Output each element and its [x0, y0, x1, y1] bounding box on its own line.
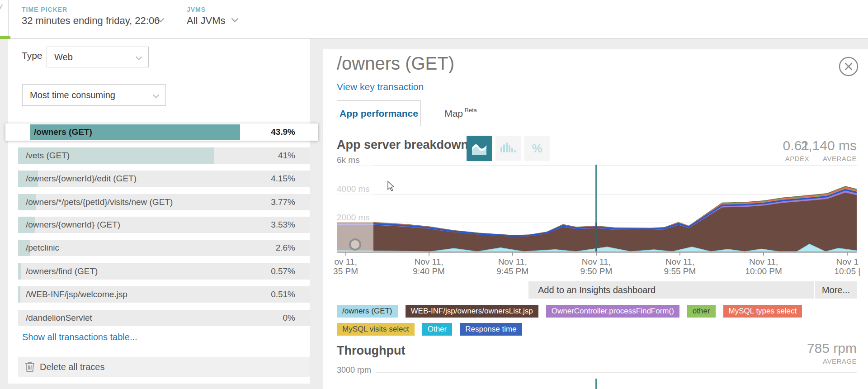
legend-chip[interactable]: MySQL visits select: [337, 323, 415, 336]
add-to-insights-button[interactable]: Add to an Insights dashboard: [528, 281, 814, 299]
type-label: Type: [22, 50, 42, 61]
time-picker[interactable]: TIME PICKER 32 minutes ending friday, 22…: [22, 6, 160, 27]
percent-icon: %: [532, 142, 542, 156]
chart-legend: /owners (GET)WEB-INF/jsp/owners/ownersLi…: [337, 305, 802, 318]
legend-chip[interactable]: Response time: [460, 323, 522, 336]
legend-chip[interactable]: /owners (GET): [337, 305, 398, 318]
transaction-row[interactable]: /owners/*/pets/{petId}/visits/new (GET)3…: [18, 194, 310, 210]
transaction-name: /petclinic: [26, 240, 59, 256]
x-axis-tick-label: Nov 11,9:45 PM: [481, 257, 544, 276]
average-label: AVERAGE: [800, 155, 857, 162]
average-value: 2,140 ms: [800, 138, 857, 153]
jvms-label: JVMS: [187, 6, 226, 13]
close-icon[interactable]: [838, 56, 859, 77]
page-title: /owners (GET): [337, 53, 454, 74]
throughput-average-label: AVERAGE: [766, 357, 857, 365]
transaction-row[interactable]: /WEB-INF/jsp/welcome.jsp0.51%: [18, 286, 310, 303]
transactions-panel: Type Web Most time consuming /owners (GE…: [8, 39, 310, 384]
transaction-detail-panel: /owners (GET) View key transaction App p…: [323, 49, 868, 389]
transaction-percent: 3.53%: [271, 217, 295, 233]
transaction-name: /owners/find (GET): [26, 263, 98, 280]
transaction-percent: 4.15%: [271, 171, 295, 187]
bar-chart-toggle-button[interactable]: [495, 136, 521, 161]
legend-chip[interactable]: WEB-INF/jsp/owners/ownersList.jsp: [406, 305, 538, 318]
tab-app-performance[interactable]: App performance: [337, 100, 421, 126]
view-key-transaction-link[interactable]: View key transaction: [337, 81, 424, 92]
legend-chip[interactable]: Other: [422, 323, 453, 336]
throughput-y-tick-label: 3000 rpm: [337, 365, 371, 375]
transaction-name: /vets (GET): [26, 147, 70, 164]
chevron-down-icon: [136, 54, 142, 60]
transaction-percent: 41%: [278, 147, 295, 164]
transaction-percent: 3.77%: [271, 194, 295, 210]
type-select[interactable]: Web: [47, 47, 149, 67]
transaction-row[interactable]: /owners/find (GET)0.57%: [18, 263, 310, 280]
apm-transactions-page: TIME PICKER 32 minutes ending friday, 22…: [0, 0, 868, 389]
scrubber-handle[interactable]: [349, 238, 361, 251]
transaction-row[interactable]: /dandelionServlet0%: [18, 310, 310, 326]
x-axis-tick: [679, 252, 680, 256]
transaction-percent: 0.57%: [271, 263, 295, 280]
transaction-row[interactable]: /owners/{ownerId}/edit (GET)4.15%: [18, 171, 310, 187]
jvms-picker[interactable]: JVMS All JVMs: [187, 6, 226, 27]
delete-all-traces-button[interactable]: Delete all traces: [18, 357, 310, 377]
transaction-name: /owners (GET): [34, 123, 92, 141]
transaction-name: /owners/*/pets/{petId}/visits/new (GET): [26, 194, 173, 210]
throughput-gridline: [376, 372, 857, 373]
more-button[interactable]: More...: [815, 281, 857, 299]
mouse-cursor: [387, 181, 396, 192]
legend-chip[interactable]: MySQL types select: [723, 305, 802, 318]
show-all-transactions-link[interactable]: Show all transactions table...: [22, 332, 137, 342]
left-strip-divider: [8, 0, 9, 38]
transaction-row[interactable]: /owners/{ownerId} (GET)3.53%: [18, 217, 310, 233]
area-chart-toggle-button[interactable]: [467, 136, 492, 161]
add-to-insights-label: Add to an Insights dashboard: [538, 285, 656, 295]
throughput-average-metric: 785 rpm AVERAGE: [766, 341, 857, 365]
x-axis-labels: ov 11,35 PMNov 11,9:40 PMNov 11,9:45 PMN…: [337, 257, 857, 280]
time-scrubber-overlay[interactable]: [337, 164, 373, 251]
transaction-percent: 0.51%: [271, 286, 295, 303]
chart-legend: MySQL visits selectOtherResponse time: [337, 323, 522, 336]
throughput-heading: Throughput: [337, 344, 405, 358]
transaction-row[interactable]: /vets (GET)41%: [18, 147, 310, 164]
x-axis-tick-label: Nov 11,9:40 PM: [397, 257, 461, 276]
chevron-down-icon[interactable]: [231, 15, 239, 23]
bar-chart-icon: [500, 142, 516, 155]
breakdown-heading: App server breakdown: [337, 138, 468, 152]
chevron-down-icon: [153, 92, 159, 98]
transaction-row[interactable]: /petclinic2.6%: [18, 240, 310, 256]
throughput-guide-line: [595, 379, 597, 389]
selected-time-guide-line-lower: [595, 223, 597, 251]
time-picker-label: TIME PICKER: [22, 6, 160, 13]
top-bar: TIME PICKER 32 minutes ending friday, 22…: [0, 0, 868, 38]
tab-map[interactable]: Map Beta: [431, 100, 490, 126]
sort-select[interactable]: Most time consuming: [22, 84, 166, 106]
legend-chip[interactable]: OwnerController.processFindForm(): [546, 305, 679, 318]
legend-chip[interactable]: other: [687, 305, 716, 318]
tab-label: App performance: [340, 108, 418, 119]
x-axis-tick: [429, 252, 429, 256]
transaction-name: /dandelionServlet: [26, 310, 92, 326]
x-axis-tick-label: Nov 11,10:00 PM: [732, 257, 795, 276]
transaction-name: /WEB-INF/jsp/welcome.jsp: [26, 286, 127, 303]
average-metric: 2,140 ms AVERAGE: [800, 138, 857, 162]
percent-toggle-button[interactable]: %: [524, 136, 550, 161]
active-section-accent: [0, 36, 10, 39]
type-select-value: Web: [54, 52, 73, 62]
jvms-value[interactable]: All JVMs: [187, 15, 226, 27]
sort-select-value: Most time consuming: [30, 90, 115, 100]
x-axis-line: [337, 251, 857, 253]
x-axis-tick: [847, 252, 848, 256]
trash-icon: [25, 361, 35, 372]
transaction-row[interactable]: /owners (GET)43.9%: [5, 123, 318, 141]
transaction-percent: 2.6%: [276, 240, 295, 256]
x-axis-tick-label: ov 11,35 PM: [323, 257, 377, 276]
time-picker-value[interactable]: 32 minutes ending friday, 22:06: [22, 15, 160, 27]
transaction-time-bar: [18, 263, 21, 280]
transaction-time-bar: [18, 286, 20, 303]
breakdown-chart[interactable]: 6k ms4000 ms2000 ms: [337, 164, 857, 251]
x-axis-tick: [345, 252, 346, 256]
stacked-area-chart: [337, 164, 857, 251]
x-axis-tick: [512, 252, 513, 256]
collapsed-edge-mark: [0, 4, 3, 15]
